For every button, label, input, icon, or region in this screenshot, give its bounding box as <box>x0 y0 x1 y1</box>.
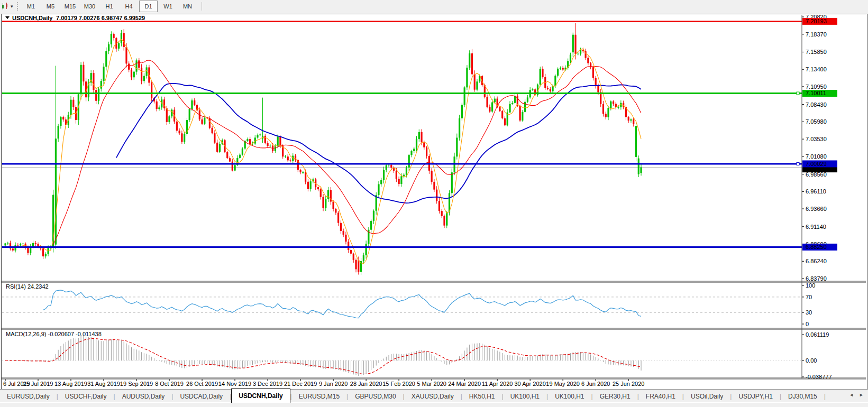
date-label: 24 Mar 2020 <box>448 381 481 387</box>
candles-group <box>4 23 642 275</box>
level-badge-6.88250: 6.88250 <box>806 244 827 250</box>
toolbar-grip[interactable] <box>17 2 18 11</box>
chart-tab-usoil-daily[interactable]: USOil,Daily <box>684 390 730 403</box>
date-label: 13 Aug 2019 <box>54 381 87 387</box>
chart-tab-xauusd-daily[interactable]: XAUUSD,Daily <box>405 390 461 403</box>
date-label: 6 Jun 2020 <box>581 381 610 387</box>
rsi-line <box>43 290 642 318</box>
timeframe-button-w1[interactable]: W1 <box>159 1 177 12</box>
price-tick-label: 7.01080 <box>806 153 827 160</box>
macd-histogram <box>5 336 641 376</box>
date-label: 31 Aug 2019 <box>87 381 120 387</box>
price-tick-label: 7.18370 <box>806 31 827 38</box>
chart-window: 7.208207.183707.158507.134007.109507.084… <box>1 14 867 390</box>
price-tick-label: 7.05980 <box>806 118 827 125</box>
date-label: 19 Sep 2019 <box>120 381 153 387</box>
toolbar-separator <box>202 2 202 11</box>
date-label: 25 Jul 2019 <box>23 381 53 387</box>
date-label: 30 Apr 2020 <box>514 381 545 387</box>
chart-tab-uk100-h1[interactable]: UK100,H1 <box>504 390 546 403</box>
date-label: 28 Jan 2020 <box>350 381 382 387</box>
date-label: 15 Feb 2020 <box>382 381 415 387</box>
date-label: 5 Mar 2020 <box>417 381 446 387</box>
price-tick-label: 6.91140 <box>806 224 826 230</box>
date-label: 3 Dec 2019 <box>253 381 282 387</box>
price-tick-label: 6.86240 <box>806 258 827 264</box>
timeframe-button-m15[interactable]: M15 <box>61 1 79 12</box>
chart-tab-ger30-h1[interactable]: GER30,H1 <box>593 390 637 403</box>
macd-label: MACD(12,26,9) -0.020607 -0.011438 <box>6 331 102 337</box>
ma-fast-line <box>15 39 641 263</box>
tab-scroll-left-icon[interactable]: ◄ <box>849 392 854 397</box>
rsi-scale-label: 70 <box>806 294 812 300</box>
date-label: 9 Jan 2020 <box>319 381 348 387</box>
level-badge-7.10011: 7.10011 <box>806 90 826 96</box>
level-handle-7.00029[interactable] <box>797 162 799 165</box>
chart-tab-eurusd-daily[interactable]: EURUSD,Daily <box>0 390 57 403</box>
timeframe-buttons: M1M5M15M30H1H4D1W1MN <box>21 1 197 12</box>
date-label: 14 Nov 2019 <box>218 381 251 387</box>
date-label: 21 Dec 2019 <box>284 381 317 387</box>
price-tick-label: 7.03530 <box>806 136 827 142</box>
chart-tab-hk50-h1[interactable]: HK50,H1 <box>462 390 502 403</box>
timeframe-button-m30[interactable]: M30 <box>80 1 99 12</box>
chart-canvas[interactable]: 7.208207.183707.158507.134007.109507.084… <box>2 14 866 388</box>
chart-tab-usdchf-daily[interactable]: USDCHF,Daily <box>58 390 114 403</box>
chart-tab-audusd-daily[interactable]: AUDUSD,Daily <box>115 390 172 403</box>
date-label: 26 Oct 2019 <box>186 381 218 387</box>
date-label: 19 May 2020 <box>546 381 580 387</box>
chart-title: USDCNH,Daily <box>12 15 53 21</box>
chevron-down-icon: ▾ <box>11 4 13 9</box>
chart-tabs-bar: EURUSD,Daily|USDCHF,Daily|AUDUSD,Daily|U… <box>0 389 868 403</box>
macd-scale-label: 0.00 <box>806 357 817 364</box>
timeframe-button-m1[interactable]: M1 <box>22 1 40 12</box>
price-tick-label: 6.96110 <box>806 188 826 195</box>
price-tick-label: 7.15850 <box>806 49 827 55</box>
tab-scroll-right-icon[interactable]: ► <box>859 392 864 397</box>
chart-tab-usdcnh-daily[interactable]: USDCNH,Daily <box>231 388 290 403</box>
timeframe-button-h4[interactable]: H4 <box>120 1 138 12</box>
level-badge-7.20193: 7.20193 <box>806 18 827 24</box>
level-badge-7.00029: 7.00029 <box>806 161 827 167</box>
chart-tab-dj30-m15[interactable]: DJ30,M15 <box>781 390 824 403</box>
chart-tab-usdcad-daily[interactable]: USDCAD,Daily <box>173 390 230 403</box>
chart-quote: 7.00179 7.00276 6.98747 6.99529 <box>56 15 145 21</box>
candlestick-chart-icon <box>1 2 10 11</box>
level-handle-7.10011[interactable] <box>797 92 799 95</box>
chart-type-icon[interactable]: ▾ <box>1 2 15 11</box>
chart-tab-gbpusd-m30[interactable]: GBPUSD,M30 <box>348 390 403 403</box>
tab-separator: | <box>824 390 826 403</box>
price-tick-label: 6.83790 <box>806 275 827 282</box>
chart-tab-eurusd-m15[interactable]: EURUSD,M15 <box>292 390 346 403</box>
status-bar <box>0 402 868 407</box>
price-tick-label: 6.93660 <box>806 206 827 212</box>
date-label: 8 Oct 2019 <box>155 381 184 387</box>
timeframe-button-m5[interactable]: M5 <box>41 1 60 12</box>
price-tick-label: 7.13400 <box>806 66 827 72</box>
date-label: 25 Jun 2020 <box>613 381 645 387</box>
toolbar: ▾ M1M5M15M30H1H4D1W1MN <box>0 0 868 13</box>
chart-title-dropdown-icon[interactable] <box>5 16 10 19</box>
chart-tab-uk100-h1[interactable]: UK100,H1 <box>548 390 591 403</box>
rsi-label: RSI(14) 24.2342 <box>6 283 49 290</box>
macd-scale-label: 0.061119 <box>806 331 829 338</box>
chart-tab-usdjpy-h1[interactable]: USDJPY,H1 <box>732 390 779 403</box>
rsi-scale-label: 30 <box>806 309 812 316</box>
chart-tab-fra40-h1[interactable]: FRA40,H1 <box>639 390 682 403</box>
timeframe-button-h1[interactable]: H1 <box>100 1 118 12</box>
date-label: 11 Apr 2020 <box>482 381 513 387</box>
rsi-scale-label: 0 <box>806 321 809 327</box>
tab-scroll-arrows: ◄ ► <box>849 392 864 397</box>
price-tick-label: 7.08430 <box>806 101 827 108</box>
timeframe-button-d1[interactable]: D1 <box>139 1 158 12</box>
price-tick-label: 7.10950 <box>806 84 827 90</box>
rsi-scale-label: 100 <box>806 282 815 289</box>
timeframe-button-mn[interactable]: MN <box>178 1 197 12</box>
